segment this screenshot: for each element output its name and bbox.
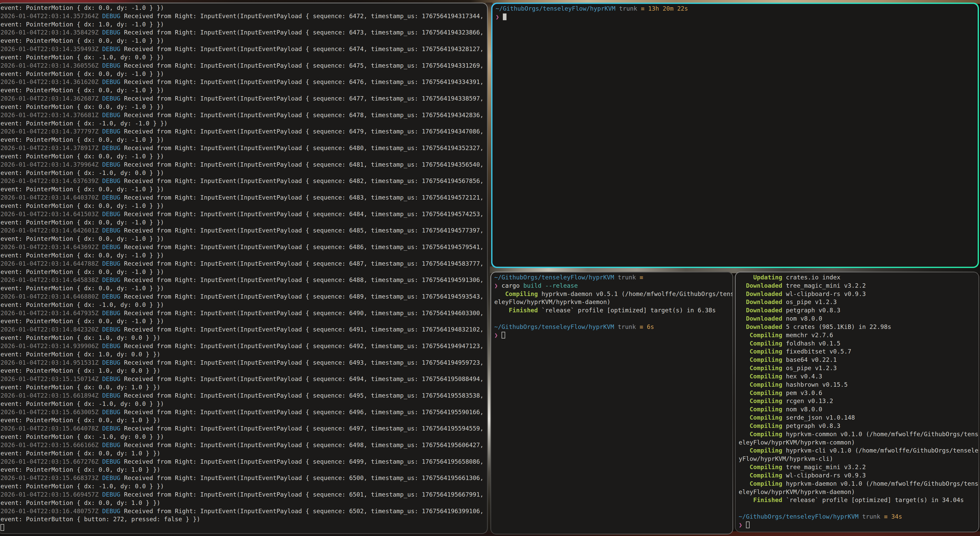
terminal-line: event: PointerMotion { dx: 0.0, dy: -1.0…	[0, 136, 487, 144]
log-level-badge: DEBUG	[99, 128, 120, 135]
log-timestamp: 2026-01-04T22:03:14.358429Z	[0, 29, 99, 36]
log-level-badge: DEBUG	[99, 62, 120, 69]
log-timestamp: 2026-01-04T22:03:15.663005Z	[0, 409, 99, 415]
log-timestamp: 2026-01-04T22:03:14.951531Z	[0, 359, 99, 366]
terminal-pane-cargo-output[interactable]: Updating crates.io index Downloaded tree…	[735, 272, 979, 532]
terminal-pane-shell-focused[interactable]: ~/GithubOrgs/tenseleyFlow/hyprKVM trunk …	[491, 3, 979, 268]
terminal-line: 2026-01-04T22:03:14.645838Z DEBUG Receiv…	[0, 276, 487, 284]
terminal-line: 2026-01-04T22:03:15.668373Z DEBUG Receiv…	[0, 474, 487, 482]
text-segment: event: PointerMotion { dx: -1.0, dy: 0.0…	[0, 54, 164, 61]
cargo-verb: Compiling	[739, 464, 782, 471]
terminal-line: 2026-01-04T22:03:15.663005Z DEBUG Receiv…	[0, 408, 487, 417]
log-timestamp: 2026-01-04T22:03:14.646880Z	[0, 293, 99, 300]
log-timestamp: 2026-01-04T22:03:14.378917Z	[0, 144, 99, 151]
text-segment: Received from Right: InputEvent(InputEve…	[120, 310, 484, 316]
cargo-verb: Finished	[739, 496, 782, 503]
cargo-verb: Compiling	[739, 414, 782, 421]
pane-border-active: ~/GithubOrgs/tenseleyFlow/hyprKVM trunk …	[491, 3, 979, 268]
terminal-line	[739, 504, 978, 513]
text-segment: hyprkvm-common v0.1.0 (/home/mfwolffe/Gi…	[782, 431, 978, 438]
terminal-line: 2026-01-04T22:03:14.376681Z DEBUG Receiv…	[0, 111, 487, 119]
text-segment: event: PointerMotion { dx: 0.0, dy: -1.0…	[0, 186, 164, 193]
text-segment: hyprkvm-cli v0.1.0 (/home/mfwolffe/Githu…	[782, 447, 978, 454]
log-level-badge: DEBUG	[99, 211, 120, 217]
terminal-line: 2026-01-04T22:03:14.359493Z DEBUG Receiv…	[0, 45, 487, 53]
cursor	[0, 524, 4, 531]
log-timestamp: 2026-01-04T22:03:15.150714Z	[0, 376, 99, 382]
text-segment: base64 v0.22.1	[782, 356, 837, 363]
terminal-line: 2026-01-04T22:03:14.379964Z DEBUG Receiv…	[0, 161, 487, 169]
text-segment: event: PointerMotion { dx: 0.0, dy: -1.0…	[0, 268, 164, 275]
cursor	[503, 13, 506, 20]
terminal-line: 2026-01-04T22:03:14.641503Z DEBUG Receiv…	[0, 210, 487, 219]
text-segment: tree_magic_mini v3.2.2	[782, 464, 866, 471]
text-segment: Received from Right: InputEvent(InputEve…	[120, 95, 484, 102]
log-level-badge: DEBUG	[99, 425, 120, 432]
terminal-pane-shell-build[interactable]: ~/GithubOrgs/tenseleyFlow/hyprKVM trunk …	[490, 272, 733, 534]
terminal-line: Updating crates.io index	[739, 273, 978, 282]
cargo-verb: Compiling	[739, 431, 782, 438]
text-segment: yFlow/hyprKVM/hyprkvm-cli)	[739, 455, 833, 462]
terminal-line: Compiling hex v0.4.3	[739, 373, 978, 381]
log-level-badge: DEBUG	[99, 310, 120, 316]
text-segment: event: PointerMotion { dx: 0.0, dy: 1.0 …	[0, 466, 160, 473]
terminal-line: Compiling rcgen v0.13.2	[739, 397, 978, 405]
terminal-line: event: PointerMotion { dx: 1.0, dy: 0.0 …	[0, 350, 487, 359]
git-branch-label: trunk	[614, 324, 636, 330]
terminal-pane-daemon-log[interactable]: event: PointerMotion { dx: 0.0, dy: -1.0…	[0, 3, 488, 534]
log-timestamp: 2026-01-04T22:03:14.637639Z	[0, 178, 99, 184]
cargo-verb: Finished	[494, 307, 538, 314]
text-segment: Received from Right: InputEvent(InputEve…	[120, 112, 484, 119]
terminal-line: ~/GithubOrgs/tenseleyFlow/hyprKVM trunk …	[494, 273, 732, 282]
terminal-line: 2026-01-04T22:03:14.360556Z DEBUG Receiv…	[0, 62, 487, 70]
terminal-line: ~/GithubOrgs/tenseleyFlow/hyprKVM trunk …	[496, 5, 978, 13]
text-segment: event: PointerMotion { dx: 0.0, dy: -1.0…	[0, 103, 164, 110]
text-segment: os_pipe v1.2.3	[782, 365, 837, 371]
log-timestamp: 2026-01-04T22:03:14.379964Z	[0, 161, 99, 168]
text-segment: Received from Right: InputEvent(InputEve…	[120, 194, 484, 201]
terminal-line: Compiling hyprkvm-daemon v0.1.0 (/home/m…	[739, 480, 978, 488]
terminal-line: 2026-01-04T22:03:14.358429Z DEBUG Receiv…	[0, 29, 487, 37]
log-level-badge: DEBUG	[99, 458, 120, 465]
prompt-chevron: ❯	[494, 332, 501, 338]
log-level-badge: DEBUG	[99, 491, 120, 498]
text-segment: nom v8.0.0	[782, 406, 822, 412]
terminal-line: 2026-01-04T22:03:15.664078Z DEBUG Receiv…	[0, 425, 487, 433]
text-segment: Received from Right: InputEvent(InputEve…	[120, 474, 484, 481]
terminal-line: 2026-01-04T22:03:14.646880Z DEBUG Receiv…	[0, 293, 487, 301]
prompt-path: ~/GithubOrgs/tenseleyFlow/hyprKVM	[496, 5, 616, 12]
text-segment: tree_magic_mini v3.2.2	[782, 282, 866, 289]
terminal-line: 2026-01-04T22:03:14.357364Z DEBUG Receiv…	[0, 12, 487, 21]
terminal-line: 2026-01-04T22:03:15.661894Z DEBUG Receiv…	[0, 392, 487, 400]
text-segment: Received from Right: InputEvent(InputEve…	[120, 326, 484, 333]
terminal-line: event: PointerMotion { dx: 0.0, dy: -1.0…	[0, 317, 487, 325]
text-segment: Received from Right: InputEvent(InputEve…	[120, 227, 484, 234]
terminal-line: Compiling hyprkvm-cli v0.1.0 (/home/mfwo…	[739, 447, 978, 455]
git-branch-label: trunk	[616, 5, 637, 12]
prompt-duration: ≡ 6s	[636, 324, 654, 330]
terminal-line: event: PointerMotion { dx: -1.0, dy: 0.0…	[0, 482, 487, 491]
terminal-line: 2026-01-04T22:03:15.150714Z DEBUG Receiv…	[0, 375, 487, 383]
terminal-line: Compiling hashbrown v0.15.5	[739, 381, 978, 389]
text-segment: hashbrown v0.15.5	[782, 381, 848, 388]
terminal-line: event: PointerMotion { dx: 0.0, dy: -1.0…	[0, 284, 487, 293]
log-level-badge: DEBUG	[99, 409, 120, 415]
text-segment: event: PointerMotion { dx: 0.0, dy: -1.0…	[0, 235, 164, 242]
terminal-content-shell-top: ~/GithubOrgs/tenseleyFlow/hyprKVM trunk …	[492, 4, 978, 267]
terminal-line: 2026-01-04T22:03:14.377797Z DEBUG Receiv…	[0, 127, 487, 136]
log-level-badge: DEBUG	[99, 112, 120, 119]
terminal-line: 2026-01-04T22:03:14.842320Z DEBUG Receiv…	[0, 325, 487, 334]
cursor	[501, 332, 505, 338]
text-segment: fixedbitset v0.5.7	[782, 348, 851, 355]
text-segment: event: PointerMotion { dx: 1.0, dy: 0.0 …	[0, 351, 160, 358]
text-segment: build --release	[523, 282, 578, 289]
text-segment: event: PointerMotion { dx: 0.0, dy: -1.0…	[0, 202, 164, 209]
terminal-line: event: PointerMotion { dx: -1.0, dy: 0.0…	[0, 53, 487, 62]
prompt-duration: ≡ 13h 20m 22s	[637, 5, 688, 12]
text-segment: Received from Right: InputEvent(InputEve…	[120, 376, 484, 382]
text-segment: event: PointerMotion { dx: 0.0, dy: -1.0…	[0, 318, 164, 325]
log-timestamp: 2026-01-04T22:03:14.939906Z	[0, 343, 99, 349]
terminal-line: Compiling memchr v2.7.6	[739, 331, 978, 339]
cargo-verb: Downloaded	[739, 307, 782, 314]
text-segment: event: PointerMotion { dx: 1.0, dy: 0.0 …	[0, 367, 160, 374]
